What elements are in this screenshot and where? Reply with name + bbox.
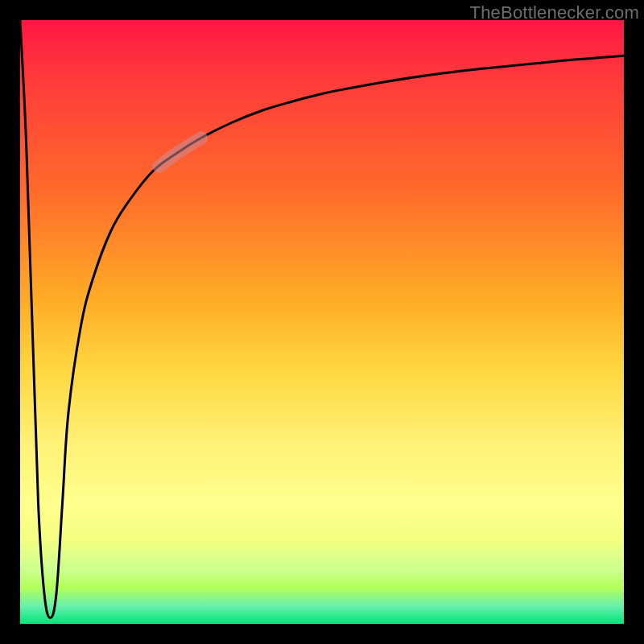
curve-layer <box>20 20 624 624</box>
bottleneck-curve <box>20 20 624 618</box>
highlight-segment <box>159 138 202 167</box>
chart-frame: TheBottlenecker.com <box>0 0 644 644</box>
watermark-text: TheBottlenecker.com <box>470 2 639 23</box>
plot-area <box>20 20 624 624</box>
